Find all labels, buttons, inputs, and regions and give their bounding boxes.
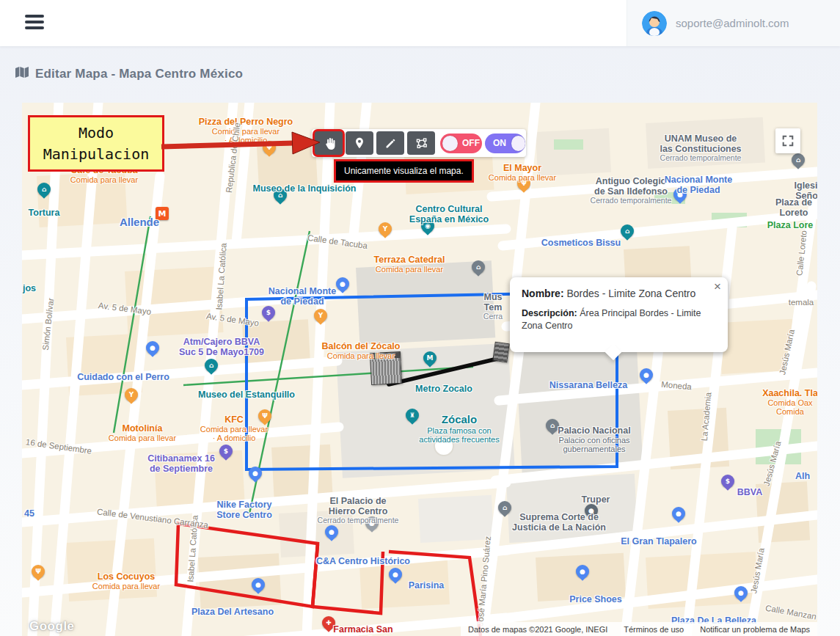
map-label: Antiguo Colegiode San IldefonsoCerrado t…: [591, 176, 672, 205]
info-window: × Nombre: Bordes - Limite Zona Centro De…: [510, 277, 728, 352]
menu-icon[interactable]: [25, 15, 44, 31]
map-icon: [15, 66, 29, 81]
map-toolbar: OFF ON: [312, 129, 526, 157]
blueshop-pin-icon[interactable]: ●: [325, 525, 338, 538]
graymus-pin-icon[interactable]: ⌂: [792, 153, 805, 167]
indigobank-pin-icon[interactable]: $: [262, 306, 275, 319]
user-menu[interactable]: soporte@adminolt.com: [627, 0, 840, 46]
draw-tool-button[interactable]: [376, 131, 404, 155]
fullscreen-button[interactable]: [775, 128, 800, 153]
map-label: Suprema Corte deJusticia de La Nación: [512, 512, 606, 533]
pencil-icon: [384, 137, 397, 150]
toggle-on-knob: [511, 136, 525, 151]
device-link-line[interactable]: [389, 359, 497, 384]
map-label: Alh: [795, 471, 810, 481]
map-label: El Gran Tlapalero: [621, 536, 697, 547]
map-label: Truper: [582, 494, 610, 505]
fullscreen-icon: [781, 134, 795, 147]
map-label: Allende: [120, 216, 159, 229]
orangedrink-pin-icon[interactable]: Y: [125, 388, 138, 401]
map-label: MotoliníaComida para llevar: [109, 423, 176, 442]
map-label: Cosmeticos Bissu: [541, 238, 621, 248]
blueshop-pin-icon[interactable]: ●: [576, 565, 589, 578]
map-label: Price Shoes: [569, 594, 622, 604]
blueshop-pin-icon[interactable]: ●: [252, 578, 265, 591]
annotation-line1: Modo: [78, 123, 114, 144]
map-label: Terraza CatedralComida para llevar: [373, 255, 445, 274]
map-label: Plaza deLoreto: [775, 197, 812, 218]
graymus-pin-icon[interactable]: ⌂: [498, 501, 511, 514]
map-label: Museo del Estanquillo: [198, 390, 295, 400]
map-label: Cuidado con el Perro: [77, 372, 169, 382]
graymus-pin-icon[interactable]: ⌂: [472, 260, 485, 274]
place-marker-icon: [353, 136, 366, 150]
map-label: Metro Zocalo: [415, 384, 472, 394]
toggle-on[interactable]: ON: [485, 134, 525, 153]
orangedrink-pin-icon[interactable]: Y: [379, 222, 392, 235]
tealm-pin-icon[interactable]: M: [423, 351, 437, 365]
toggle-off-label: OFF: [462, 138, 480, 148]
map-label: Los CocuyosComida para llevar: [92, 571, 160, 591]
topbar: soporte@adminolt.com: [0, 0, 840, 46]
blueshop-pin-icon[interactable]: ●: [389, 568, 402, 581]
toggle-off[interactable]: OFF: [440, 134, 482, 153]
map-label: Centro CulturalEspaña en México: [409, 204, 489, 224]
tealmus-pin-icon[interactable]: ⌂: [37, 183, 51, 196]
map-label: Parisina: [409, 580, 445, 591]
map-label: KFCComida para llevar· A domicilio: [200, 414, 268, 443]
report-link[interactable]: Notificar un problema de Maps: [700, 625, 810, 634]
orangedrink-pin-icon[interactable]: Y: [314, 309, 327, 322]
map-label: Xaachila. TlaComida OaxComida: [762, 388, 817, 417]
zone-polygon[interactable]: [313, 544, 383, 613]
hand-icon: [322, 136, 336, 150]
terms-link[interactable]: Términos de uso: [624, 625, 684, 634]
map-label: BBVA: [737, 487, 763, 497]
blueshop-pin-icon[interactable]: ●: [336, 277, 349, 290]
map-attribution: Datos de mapas ©2021 Google, INEGI Térmi…: [461, 622, 817, 636]
blueshop-pin-icon[interactable]: ●: [640, 368, 653, 381]
map-label: Plaza Del Artesano: [191, 607, 274, 617]
toggle-on-label: ON: [493, 138, 506, 148]
polygon-tool-button[interactable]: [407, 131, 435, 155]
map-label: Tortura: [29, 208, 60, 218]
map-label: Nissarana Belleza: [549, 380, 627, 390]
blueshop-pin-icon[interactable]: ●: [146, 341, 159, 354]
annotation-box: Modo Manipulacion: [28, 115, 164, 172]
breadcrumb: Editar Mapa - Mapa Centro México: [15, 66, 243, 81]
avatar: [642, 11, 667, 36]
map-label: Palacio NacionalPalacio con oficinasgube…: [558, 425, 630, 454]
toggle-off-knob: [442, 136, 458, 151]
map-label: El MayorComida para llevar: [489, 163, 556, 182]
orangefood-pin-icon[interactable]: Ψ: [32, 565, 45, 578]
marker-tool-button[interactable]: [346, 131, 373, 155]
map-label: Plaza Lore: [767, 220, 814, 230]
user-email: soporte@adminolt.com: [676, 17, 789, 29]
map-label: Atm/Cajero BBVASuc 5 De Mayo1709: [179, 337, 264, 357]
map-label: Museo de la Inquisición: [253, 183, 357, 194]
info-name-label: Nombre:: [522, 288, 564, 299]
map-label: Nike FactoryStore Centro: [216, 500, 272, 520]
map-label: ZócaloPlaza famosa conactividades frecue…: [419, 414, 499, 444]
map-label: Balcón del ZócaloComida para llevar: [322, 341, 401, 360]
tealmus-pin-icon[interactable]: ⌂: [621, 224, 634, 238]
map-label: Nacional Montede Piedad: [269, 286, 336, 307]
polygon-icon: [414, 136, 428, 150]
graymus-pin-icon[interactable]: ⌂: [546, 419, 559, 432]
blueshop-pin-icon[interactable]: ●: [734, 586, 748, 599]
map-label: Nacional Montede Piedad: [665, 175, 732, 195]
blueshop-pin-icon[interactable]: ●: [249, 467, 262, 480]
map-label: temala: [789, 298, 814, 307]
device-marker-olt-2[interactable]: [492, 342, 509, 363]
tealrook-pin-icon[interactable]: ♜: [406, 409, 419, 422]
indigobank-pin-icon[interactable]: $: [721, 475, 734, 488]
map-label: MusTemCerra: [483, 292, 503, 321]
tealmus-pin-icon[interactable]: ⌂: [205, 359, 218, 372]
map-label: Farmacia SanPablo Cent: [333, 624, 392, 636]
annotation-line2: Manipulacion: [43, 144, 150, 165]
close-icon[interactable]: ×: [714, 280, 721, 293]
map-label: jos: [23, 283, 36, 293]
map-canvas[interactable]: Ψ⌂⌂◉YΨ⌂⌂●●M$Y●⌂YΨ$●Ψ●●●✚●⌂●●$●●●M♜⌂⌂ Piz…: [22, 103, 817, 636]
blueshop-pin-icon[interactable]: ●: [672, 507, 685, 520]
google-logo[interactable]: Google: [29, 619, 75, 634]
indigobank-pin-icon[interactable]: $: [219, 445, 233, 458]
